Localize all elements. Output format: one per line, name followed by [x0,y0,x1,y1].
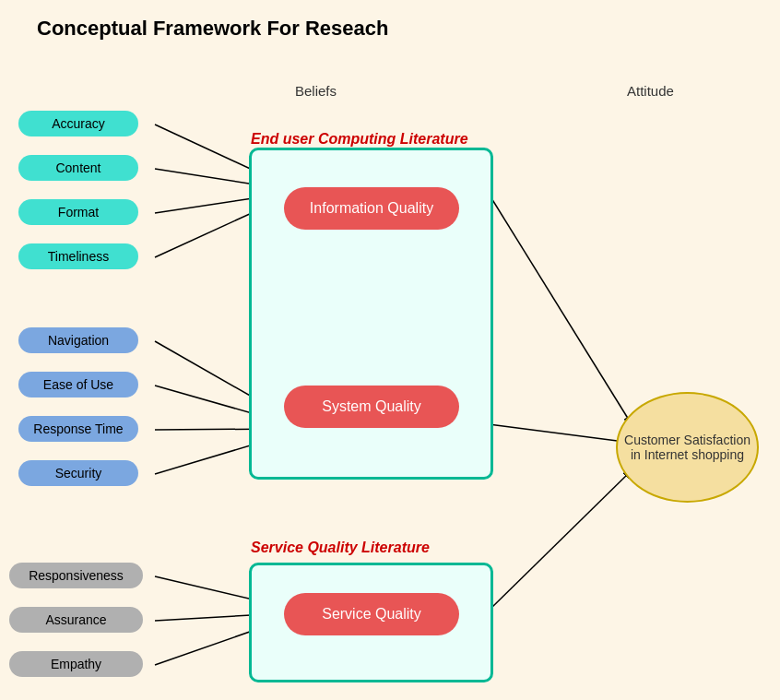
pill-navigation: Navigation [18,327,138,353]
pill-format: Format [18,199,138,225]
pill-accuracy: Accuracy [18,111,138,136]
attitude-label: Attitude [627,83,674,99]
pill-empathy: Empathy [9,651,143,677]
pill-timeliness: Timeliness [18,243,138,269]
system-quality-pill: System Quality [284,386,459,428]
svg-line-11 [489,194,632,424]
pill-ease-of-use: Ease of Use [18,372,138,397]
pill-response-time: Response Time [18,416,138,442]
service-quality-box: Service Quality [249,563,493,682]
info-system-box: Information Quality System Quality [249,148,493,480]
beliefs-label: Beliefs [295,83,337,99]
pill-assurance: Assurance [9,607,143,633]
pill-security: Security [18,460,138,486]
end-user-label: End user Computing Literature [251,131,468,148]
service-quality-pill: Service Quality [284,593,459,635]
pill-content: Content [18,155,138,181]
customer-satisfaction-oval: Customer Satisfaction in Internet shoppi… [616,392,759,503]
service-quality-label: Service Quality Literature [251,540,430,556]
page-title: Conceptual Framework For Reseach [0,0,780,41]
svg-line-12 [489,424,632,443]
svg-line-13 [489,470,632,611]
info-quality-pill: Information Quality [284,187,459,230]
pill-responsiveness: Responsiveness [9,563,143,588]
